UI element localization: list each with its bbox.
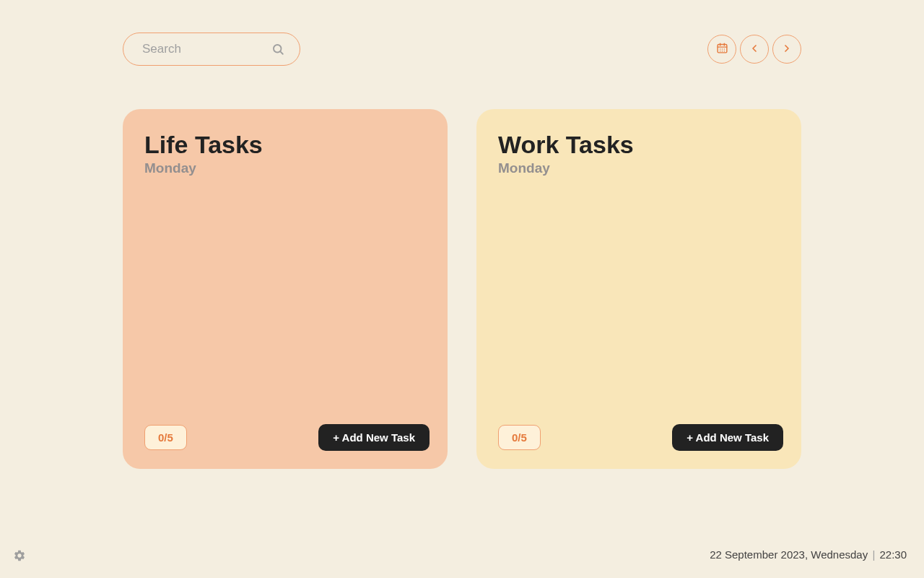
next-button[interactable] xyxy=(772,35,801,64)
time-text: 22:30 xyxy=(879,548,907,561)
chevron-right-icon xyxy=(781,43,793,56)
datetime: 22 September 2023, Wednesday | 22:30 xyxy=(710,548,907,561)
search-wrapper xyxy=(123,33,300,66)
add-task-button[interactable]: + Add New Task xyxy=(318,424,430,451)
svg-line-1 xyxy=(280,51,282,53)
date-text: 22 September 2023, Wednesday xyxy=(710,548,868,561)
settings-icon[interactable] xyxy=(13,549,26,562)
work-tasks-card: Work Tasks Monday 0/5 + Add New Task xyxy=(476,109,801,469)
card-title: Life Tasks xyxy=(144,131,430,159)
card-day: Monday xyxy=(144,160,430,176)
chevron-left-icon xyxy=(749,43,760,56)
card-day: Monday xyxy=(498,160,783,176)
topbar xyxy=(123,33,801,66)
calendar-button[interactable] xyxy=(707,35,736,64)
calendar-icon xyxy=(716,42,728,56)
life-tasks-card: Life Tasks Monday 0/5 + Add New Task xyxy=(123,109,448,469)
card-title: Work Tasks xyxy=(498,131,783,159)
nav-controls xyxy=(707,35,801,64)
card-footer: 0/5 + Add New Task xyxy=(498,424,783,451)
prev-button[interactable] xyxy=(740,35,769,64)
add-task-button[interactable]: + Add New Task xyxy=(672,424,783,451)
task-counter: 0/5 xyxy=(144,425,187,450)
task-counter: 0/5 xyxy=(498,425,541,450)
separator: | xyxy=(872,548,878,561)
card-footer: 0/5 + Add New Task xyxy=(144,424,430,451)
cards-container: Life Tasks Monday 0/5 + Add New Task Wor… xyxy=(123,109,801,469)
search-icon xyxy=(271,43,284,56)
